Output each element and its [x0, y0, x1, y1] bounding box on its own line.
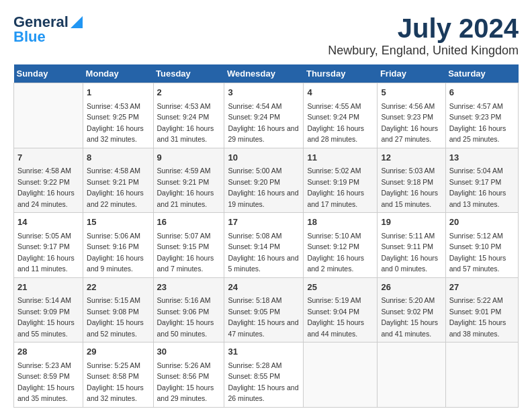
calendar-cell: 11 Sunrise: 5:02 AMSunset: 9:19 PMDaylig… — [304, 148, 378, 213]
day-info: Sunrise: 4:54 AMSunset: 9:24 PMDaylight:… — [228, 102, 298, 144]
calendar-cell: 5 Sunrise: 4:56 AMSunset: 9:23 PMDayligh… — [378, 83, 445, 148]
calendar-cell: 21 Sunrise: 5:14 AMSunset: 9:09 PMDaylig… — [14, 277, 83, 342]
header-row: Sunday Monday Tuesday Wednesday Thursday… — [14, 64, 519, 83]
day-info: Sunrise: 5:00 AMSunset: 9:20 PMDaylight:… — [228, 167, 298, 208]
calendar-week-row: 7 Sunrise: 4:58 AMSunset: 9:22 PMDayligh… — [14, 148, 519, 213]
day-number: 5 — [381, 86, 441, 99]
month-year-title: July 2024 — [328, 13, 519, 44]
calendar-cell: 13 Sunrise: 5:04 AMSunset: 9:17 PMDaylig… — [445, 148, 518, 213]
calendar-cell: 8 Sunrise: 4:58 AMSunset: 9:21 PMDayligh… — [83, 148, 153, 213]
day-number: 8 — [87, 151, 149, 165]
day-number: 15 — [87, 216, 149, 229]
day-number: 23 — [157, 281, 221, 294]
calendar-cell: 23 Sunrise: 5:16 AMSunset: 9:06 PMDaylig… — [153, 277, 224, 342]
day-info: Sunrise: 4:55 AMSunset: 9:24 PMDaylight:… — [307, 102, 364, 144]
day-number: 4 — [307, 86, 373, 99]
day-info: Sunrise: 4:57 AMSunset: 9:23 PMDaylight:… — [449, 102, 506, 144]
calendar-cell: 27 Sunrise: 5:22 AMSunset: 9:01 PMDaylig… — [445, 277, 518, 342]
day-number: 20 — [449, 216, 515, 229]
col-monday: Monday — [83, 64, 153, 83]
day-info: Sunrise: 5:11 AMSunset: 9:11 PMDaylight:… — [381, 232, 438, 273]
calendar-week-row: 1 Sunrise: 4:53 AMSunset: 9:25 PMDayligh… — [14, 83, 519, 148]
calendar-week-row: 14 Sunrise: 5:05 AMSunset: 9:17 PMDaylig… — [14, 213, 519, 278]
day-info: Sunrise: 5:10 AMSunset: 9:12 PMDaylight:… — [307, 232, 364, 273]
calendar-cell — [14, 83, 83, 148]
day-info: Sunrise: 5:18 AMSunset: 9:05 PMDaylight:… — [228, 296, 298, 338]
calendar-cell — [304, 342, 378, 408]
day-number: 18 — [307, 216, 373, 229]
col-saturday: Saturday — [445, 64, 518, 83]
calendar-cell: 2 Sunrise: 4:53 AMSunset: 9:24 PMDayligh… — [153, 83, 224, 148]
svg-marker-0 — [71, 16, 83, 28]
calendar-cell — [378, 342, 445, 408]
day-info: Sunrise: 5:07 AMSunset: 9:15 PMDaylight:… — [157, 232, 214, 273]
day-info: Sunrise: 4:53 AMSunset: 9:24 PMDaylight:… — [157, 102, 214, 144]
calendar-cell: 7 Sunrise: 4:58 AMSunset: 9:22 PMDayligh… — [14, 148, 83, 213]
day-info: Sunrise: 5:04 AMSunset: 9:17 PMDaylight:… — [449, 167, 506, 208]
header: General Blue July 2024 Newbury, England,… — [13, 13, 519, 58]
day-info: Sunrise: 4:56 AMSunset: 9:23 PMDaylight:… — [381, 102, 438, 144]
calendar-cell: 16 Sunrise: 5:07 AMSunset: 9:15 PMDaylig… — [153, 213, 224, 278]
day-number: 13 — [449, 151, 515, 165]
calendar-cell: 29 Sunrise: 5:25 AMSunset: 8:58 PMDaylig… — [83, 342, 153, 408]
calendar-cell: 12 Sunrise: 5:03 AMSunset: 9:18 PMDaylig… — [378, 148, 445, 213]
day-info: Sunrise: 5:14 AMSunset: 9:09 PMDaylight:… — [17, 296, 75, 338]
calendar-cell: 25 Sunrise: 5:19 AMSunset: 9:04 PMDaylig… — [304, 277, 378, 342]
day-info: Sunrise: 5:28 AMSunset: 8:55 PMDaylight:… — [228, 361, 298, 403]
day-info: Sunrise: 5:08 AMSunset: 9:14 PMDaylight:… — [228, 232, 298, 273]
logo-triangle-icon — [71, 16, 83, 31]
day-info: Sunrise: 5:05 AMSunset: 9:17 PMDaylight:… — [17, 232, 75, 273]
day-info: Sunrise: 5:02 AMSunset: 9:19 PMDaylight:… — [307, 167, 364, 208]
col-friday: Friday — [378, 64, 445, 83]
logo-blue-text: Blue — [13, 28, 46, 46]
location-title: Newbury, England, United Kingdom — [328, 44, 519, 58]
day-number: 14 — [17, 216, 79, 229]
day-info: Sunrise: 4:53 AMSunset: 9:25 PMDaylight:… — [87, 102, 144, 144]
col-thursday: Thursday — [304, 64, 378, 83]
calendar-cell: 22 Sunrise: 5:15 AMSunset: 9:08 PMDaylig… — [83, 277, 153, 342]
day-info: Sunrise: 5:03 AMSunset: 9:18 PMDaylight:… — [381, 167, 438, 208]
day-info: Sunrise: 5:20 AMSunset: 9:02 PMDaylight:… — [381, 296, 438, 338]
calendar-cell: 18 Sunrise: 5:10 AMSunset: 9:12 PMDaylig… — [304, 213, 378, 278]
calendar-cell: 26 Sunrise: 5:20 AMSunset: 9:02 PMDaylig… — [378, 277, 445, 342]
day-info: Sunrise: 4:58 AMSunset: 9:22 PMDaylight:… — [17, 167, 75, 208]
col-wednesday: Wednesday — [224, 64, 304, 83]
day-info: Sunrise: 5:15 AMSunset: 9:08 PMDaylight:… — [87, 296, 144, 338]
day-number: 12 — [381, 151, 441, 165]
calendar-cell: 15 Sunrise: 5:06 AMSunset: 9:16 PMDaylig… — [83, 213, 153, 278]
day-number: 2 — [157, 86, 221, 99]
day-number: 28 — [17, 345, 79, 359]
day-number: 30 — [157, 345, 221, 359]
calendar-cell: 6 Sunrise: 4:57 AMSunset: 9:23 PMDayligh… — [445, 83, 518, 148]
day-number: 1 — [87, 86, 149, 99]
title-section: July 2024 Newbury, England, United Kingd… — [328, 13, 519, 58]
calendar-cell: 17 Sunrise: 5:08 AMSunset: 9:14 PMDaylig… — [224, 213, 304, 278]
day-number: 19 — [381, 216, 441, 229]
day-number: 7 — [17, 151, 79, 165]
day-number: 26 — [381, 281, 441, 294]
calendar-cell: 3 Sunrise: 4:54 AMSunset: 9:24 PMDayligh… — [224, 83, 304, 148]
day-number: 16 — [157, 216, 221, 229]
day-info: Sunrise: 4:59 AMSunset: 9:21 PMDaylight:… — [157, 167, 214, 208]
calendar-cell: 10 Sunrise: 5:00 AMSunset: 9:20 PMDaylig… — [224, 148, 304, 213]
calendar-cell: 24 Sunrise: 5:18 AMSunset: 9:05 PMDaylig… — [224, 277, 304, 342]
calendar-table: Sunday Monday Tuesday Wednesday Thursday… — [13, 64, 519, 408]
logo: General Blue — [13, 13, 83, 46]
day-number: 6 — [449, 86, 515, 99]
calendar-week-row: 21 Sunrise: 5:14 AMSunset: 9:09 PMDaylig… — [14, 277, 519, 342]
calendar-cell: 14 Sunrise: 5:05 AMSunset: 9:17 PMDaylig… — [14, 213, 83, 278]
calendar-cell: 1 Sunrise: 4:53 AMSunset: 9:25 PMDayligh… — [83, 83, 153, 148]
day-info: Sunrise: 4:58 AMSunset: 9:21 PMDaylight:… — [87, 167, 144, 208]
day-number: 27 — [449, 281, 515, 294]
calendar-week-row: 28 Sunrise: 5:23 AMSunset: 8:59 PMDaylig… — [14, 342, 519, 408]
day-info: Sunrise: 5:06 AMSunset: 9:16 PMDaylight:… — [87, 232, 144, 273]
day-number: 3 — [228, 86, 300, 99]
day-number: 29 — [87, 345, 149, 359]
col-sunday: Sunday — [14, 64, 83, 83]
day-number: 31 — [228, 345, 300, 359]
calendar-cell: 19 Sunrise: 5:11 AMSunset: 9:11 PMDaylig… — [378, 213, 445, 278]
calendar-cell: 9 Sunrise: 4:59 AMSunset: 9:21 PMDayligh… — [153, 148, 224, 213]
calendar-cell: 28 Sunrise: 5:23 AMSunset: 8:59 PMDaylig… — [14, 342, 83, 408]
calendar-cell: 20 Sunrise: 5:12 AMSunset: 9:10 PMDaylig… — [445, 213, 518, 278]
day-info: Sunrise: 5:23 AMSunset: 8:59 PMDaylight:… — [17, 361, 75, 403]
